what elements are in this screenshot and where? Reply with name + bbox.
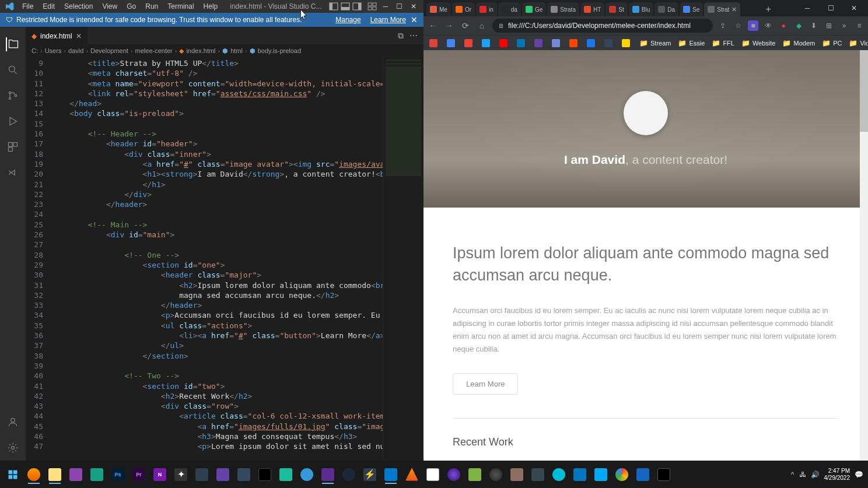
taskbar-photoshop[interactable]: Ps — [108, 464, 127, 485]
notifications-icon[interactable]: 💬 — [855, 471, 863, 479]
avatar-image[interactable] — [624, 91, 668, 135]
menu-go[interactable]: Go — [122, 1, 141, 12]
forward-icon[interactable]: → — [443, 21, 455, 30]
tab-close-icon[interactable]: ✕ — [76, 32, 82, 40]
taskbar-app-11[interactable] — [466, 464, 484, 485]
search-icon[interactable] — [6, 63, 20, 77]
browser-minimize-icon[interactable]: ─ — [796, 0, 819, 16]
bookmark-item[interactable]: 📁FFL — [709, 38, 737, 48]
browser-tab[interactable]: Blu — [629, 2, 653, 16]
split-editor-icon[interactable]: ⧉ — [398, 31, 404, 41]
share-icon[interactable]: ⇪ — [718, 20, 728, 31]
url-input[interactable]: 🗎 file:///C:/Users/david/Development/mel… — [492, 19, 713, 33]
bookmark-item[interactable] — [567, 38, 582, 48]
browser-tab[interactable]: Me — [426, 2, 451, 16]
extensions-icon[interactable] — [6, 140, 20, 154]
browser-tab[interactable]: Strata — [547, 2, 579, 16]
taskbar-explorer[interactable] — [46, 464, 64, 485]
bookmark-item[interactable]: 📁Essie — [676, 38, 707, 48]
ext-icon-1[interactable]: ■ — [748, 20, 758, 31]
editor-tab-index[interactable]: ◆ index.html ✕ — [26, 27, 88, 44]
close-icon[interactable]: ✕ — [411, 2, 416, 10]
toggle-panel-right-icon[interactable] — [352, 2, 362, 11]
source-control-icon[interactable] — [6, 89, 20, 103]
bookmark-item[interactable] — [514, 38, 530, 48]
extensions-overflow-icon[interactable]: » — [839, 20, 849, 31]
taskbar-app-17[interactable] — [592, 464, 610, 485]
bookmark-item[interactable]: 📁Stream — [637, 38, 673, 48]
run-debug-icon[interactable] — [6, 114, 20, 128]
taskbar-notepad[interactable] — [424, 464, 442, 485]
browser-close-icon[interactable]: ✕ — [842, 0, 866, 16]
browser-tab[interactable]: da — [498, 2, 521, 16]
back-icon[interactable]: ← — [427, 21, 439, 30]
bookmark-item[interactable] — [550, 38, 565, 48]
taskbar-app-16[interactable] — [570, 464, 589, 485]
browser-menu-icon[interactable]: ≡ — [854, 20, 864, 31]
bookmark-item[interactable] — [602, 38, 617, 48]
toggle-panel-bottom-icon[interactable] — [341, 2, 350, 11]
learn-more-link[interactable]: Learn More — [370, 16, 406, 24]
menu-help[interactable]: Help — [199, 1, 223, 12]
customize-layout-icon[interactable] — [368, 2, 377, 11]
taskbar-app-18[interactable] — [612, 464, 631, 485]
account-icon[interactable] — [6, 415, 20, 429]
live-share-icon[interactable] — [6, 166, 20, 180]
browser-maximize-icon[interactable]: ☐ — [819, 0, 842, 16]
start-button[interactable] — [2, 464, 23, 485]
learn-more-button[interactable]: Learn More — [453, 373, 518, 395]
maximize-icon[interactable]: ☐ — [396, 2, 402, 10]
page-scrollbar[interactable] — [860, 50, 868, 461]
clock[interactable]: 2:47 PM 4/29/2022 — [824, 468, 850, 482]
taskbar-app-10[interactable] — [444, 464, 463, 485]
browser-tab[interactable]: in — [476, 2, 497, 16]
taskbar-app-7[interactable] — [276, 464, 295, 485]
taskbar-app-14[interactable] — [528, 464, 547, 485]
browser-tab[interactable]: Se — [680, 2, 703, 16]
taskbar-app-3[interactable]: ✦ — [172, 464, 190, 485]
bookmark-item[interactable] — [462, 38, 477, 48]
ext-icon-4[interactable]: ◆ — [793, 20, 804, 31]
settings-icon[interactable] — [6, 441, 20, 455]
taskbar-app-13[interactable] — [508, 464, 526, 485]
reload-icon[interactable]: ⟳ — [460, 21, 471, 30]
taskbar-app-12[interactable] — [487, 464, 505, 485]
taskbar-onenote[interactable]: N — [150, 464, 169, 485]
ext-icon-2[interactable]: 👁 — [763, 20, 774, 31]
browser-tab[interactable]: Da — [654, 2, 678, 16]
browser-tab[interactable]: St — [606, 2, 627, 16]
system-tray[interactable]: ^ 🖧 🔊 2:47 PM 4/29/2022 💬 — [791, 468, 866, 482]
minimap[interactable] — [383, 57, 424, 461]
taskbar-app-19[interactable] — [634, 464, 652, 485]
manage-link[interactable]: Manage — [335, 16, 360, 24]
minimize-icon[interactable]: ─ — [383, 2, 388, 10]
taskbar-app-6[interactable] — [256, 464, 274, 485]
bookmark-item[interactable] — [497, 38, 512, 48]
apps-icon[interactable]: ⊞ — [824, 20, 834, 31]
taskbar-firefox[interactable] — [24, 464, 43, 485]
tray-chevron-icon[interactable]: ^ — [791, 471, 794, 479]
menu-file[interactable]: File — [18, 1, 38, 12]
downloads-icon[interactable]: ⬇ — [808, 20, 819, 31]
bookmark-item[interactable]: 📁PC — [820, 38, 844, 48]
taskbar-app-8[interactable] — [298, 464, 316, 485]
tray-network-icon[interactable]: 🖧 — [799, 471, 806, 479]
bookmark-item[interactable]: 📁Website — [739, 38, 778, 48]
taskbar-app-15[interactable] — [550, 464, 568, 485]
bookmark-item[interactable]: 📁Videos — [846, 38, 868, 48]
close-banner-icon[interactable]: ✕ — [411, 15, 418, 24]
code-editor[interactable]: 9101112131415161718192021222324252627282… — [26, 57, 424, 461]
bookmark-item[interactable]: 📁Modem — [780, 38, 817, 48]
menu-run[interactable]: Run — [141, 1, 163, 12]
taskbar-app-1[interactable] — [66, 464, 85, 485]
bookmark-item[interactable] — [427, 38, 442, 48]
menu-edit[interactable]: Edit — [38, 1, 60, 12]
taskbar-steam[interactable] — [340, 464, 358, 485]
taskbar-app-9[interactable]: ⚡ — [360, 464, 379, 485]
menu-selection[interactable]: Selection — [60, 1, 97, 12]
bookmark-item[interactable] — [532, 38, 547, 48]
taskbar-premiere[interactable]: Pr — [130, 464, 148, 485]
browser-tab[interactable]: HT — [580, 2, 604, 16]
menu-terminal[interactable]: Terminal — [163, 1, 198, 12]
taskbar-app-4[interactable] — [192, 464, 211, 485]
